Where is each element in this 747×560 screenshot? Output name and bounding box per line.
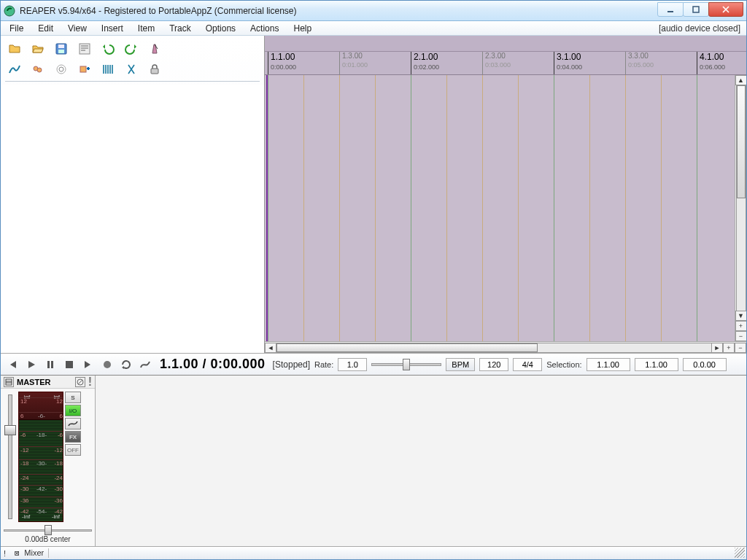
go-to-end-icon[interactable]	[81, 357, 96, 372]
audio-status: [audio device closed]	[659, 23, 745, 34]
menu-help[interactable]: Help	[286, 22, 319, 35]
close-button[interactable]	[708, 2, 743, 17]
mixer-tab[interactable]: ⊠ Mixer	[10, 548, 49, 558]
track-area[interactable]	[265, 75, 746, 341]
meter-tick: -36-36	[19, 497, 63, 504]
title-bar[interactable]: REAPER v5.94/x64 - Registered to Portabl…	[1, 1, 746, 21]
h-scroll-thumb[interactable]	[276, 343, 538, 352]
meter-tick: 6-6-6	[19, 412, 63, 419]
master-pan-slider[interactable]	[4, 526, 92, 534]
metronome-icon[interactable]	[147, 42, 163, 56]
status-alert-icon[interactable]: !	[4, 549, 6, 558]
lock-icon[interactable]	[147, 62, 163, 77]
menu-bar: File Edit View Insert Item Track Options…	[1, 21, 746, 36]
maximize-button[interactable]	[683, 2, 709, 17]
menu-actions[interactable]: Actions	[243, 22, 286, 35]
master-settings-icon[interactable]	[4, 377, 14, 387]
menu-edit[interactable]: Edit	[31, 22, 61, 35]
master-io-button[interactable]: I/O	[65, 405, 81, 416]
arrange-h-scrollbar[interactable]: ◄ ► + −	[265, 341, 746, 353]
v-scroll-thumb[interactable]	[737, 85, 746, 198]
meter-tick: -24-24	[19, 474, 63, 481]
window-title: REAPER v5.94/x64 - Registered to Portabl…	[20, 6, 658, 16]
snap-icon[interactable]	[123, 62, 139, 77]
menu-options[interactable]: Options	[198, 22, 243, 35]
project-settings-icon[interactable]	[77, 42, 93, 56]
bpm-field[interactable]: 120	[479, 358, 508, 371]
stop-icon[interactable]	[62, 357, 77, 372]
master-fx-button[interactable]: FX	[65, 431, 81, 443]
selection-end-field[interactable]: 1.1.00	[635, 358, 678, 371]
ripple-edit-icon[interactable]	[53, 62, 69, 77]
rate-slider[interactable]	[371, 358, 441, 371]
scroll-up-arrow-icon[interactable]: ▲	[735, 75, 747, 85]
zoom-in-v-icon[interactable]: +	[735, 321, 747, 331]
toolbar	[1, 36, 264, 85]
menu-track[interactable]: Track	[162, 22, 198, 35]
redo-icon[interactable]	[123, 42, 139, 56]
meter-bottom-left: -inf	[22, 513, 30, 520]
rate-field[interactable]: 1.0	[338, 358, 367, 371]
menu-insert[interactable]: Insert	[94, 22, 131, 35]
mixer-empty-area[interactable]	[96, 376, 746, 546]
zoom-in-h-icon[interactable]: +	[723, 343, 735, 353]
master-off-button[interactable]: OFF	[65, 444, 81, 456]
gridline-beat	[482, 75, 483, 341]
svg-rect-2	[693, 7, 699, 12]
status-bar: ! ⊠ Mixer	[1, 546, 746, 559]
svg-rect-5	[58, 50, 64, 53]
ruler-major-tick: 4.1.000:06.000	[697, 52, 725, 74]
master-mono-icon[interactable]	[75, 377, 85, 387]
envelope-icon[interactable]	[138, 357, 152, 372]
timeline-ruler[interactable]: 1.1.000:00.0002.1.000:02.0003.1.000:04.0…	[265, 52, 746, 75]
group-items-icon[interactable]	[30, 62, 46, 77]
go-to-start-icon[interactable]	[5, 357, 20, 372]
master-envelope-button[interactable]	[65, 418, 81, 429]
menu-item[interactable]: Item	[131, 22, 162, 35]
app-icon	[4, 5, 15, 17]
arrange-v-scrollbar[interactable]: ▲ ▼ + −	[735, 75, 746, 341]
svg-rect-18	[6, 379, 12, 385]
zoom-out-h-icon[interactable]: −	[735, 343, 746, 353]
selection-start-field[interactable]: 1.1.00	[587, 358, 630, 371]
master-warning-icon[interactable]: !	[88, 376, 92, 389]
envelope-move-icon[interactable]	[77, 62, 93, 77]
zoom-out-v-icon[interactable]: −	[735, 331, 747, 341]
master-track: MASTER ! -inf -inf 12126-6-6-6-18--6-12-…	[1, 376, 96, 546]
menu-file[interactable]: File	[2, 22, 31, 35]
open-project-icon[interactable]	[30, 42, 46, 56]
gridline-beat	[589, 75, 590, 341]
track-control-panel	[1, 36, 265, 353]
resize-grip-icon[interactable]	[735, 548, 745, 558]
gridline-bar	[411, 75, 411, 341]
master-fader-handle[interactable]	[4, 425, 16, 435]
timeline-region-band[interactable]	[265, 36, 746, 52]
scroll-down-arrow-icon[interactable]: ▼	[735, 311, 747, 321]
track-list-area[interactable]	[1, 85, 264, 353]
master-fader[interactable]	[4, 392, 17, 522]
minimize-button[interactable]	[657, 2, 684, 17]
auto-crossfade-icon[interactable]	[7, 62, 23, 77]
grid-lines-icon[interactable]	[100, 62, 116, 77]
new-project-icon[interactable]	[7, 42, 23, 56]
time-signature-field[interactable]: 4/4	[513, 358, 542, 371]
save-project-icon[interactable]	[53, 42, 69, 56]
gridline-beat	[661, 75, 662, 341]
loop-icon[interactable]	[119, 357, 133, 372]
record-icon[interactable]	[100, 357, 115, 372]
scroll-right-arrow-icon[interactable]: ►	[711, 343, 723, 353]
transport-time-display[interactable]: 1.1.00 / 0:00.000	[157, 357, 268, 372]
master-stereo-button[interactable]: S	[65, 392, 81, 403]
svg-line-20	[78, 380, 82, 384]
menu-view[interactable]: View	[61, 22, 94, 35]
pause-icon[interactable]	[43, 357, 58, 372]
bpm-button[interactable]: BPM	[446, 358, 475, 371]
undo-icon[interactable]	[100, 42, 116, 56]
svg-rect-6	[80, 44, 90, 54]
selection-length-field[interactable]: 0.0.00	[683, 358, 727, 371]
gridline-bar	[697, 75, 697, 341]
ruler-minor-tick: 3.3.000:05.000	[625, 52, 654, 74]
play-icon[interactable]	[24, 357, 39, 372]
svg-point-17	[104, 361, 111, 368]
scroll-left-arrow-icon[interactable]: ◄	[265, 343, 276, 353]
